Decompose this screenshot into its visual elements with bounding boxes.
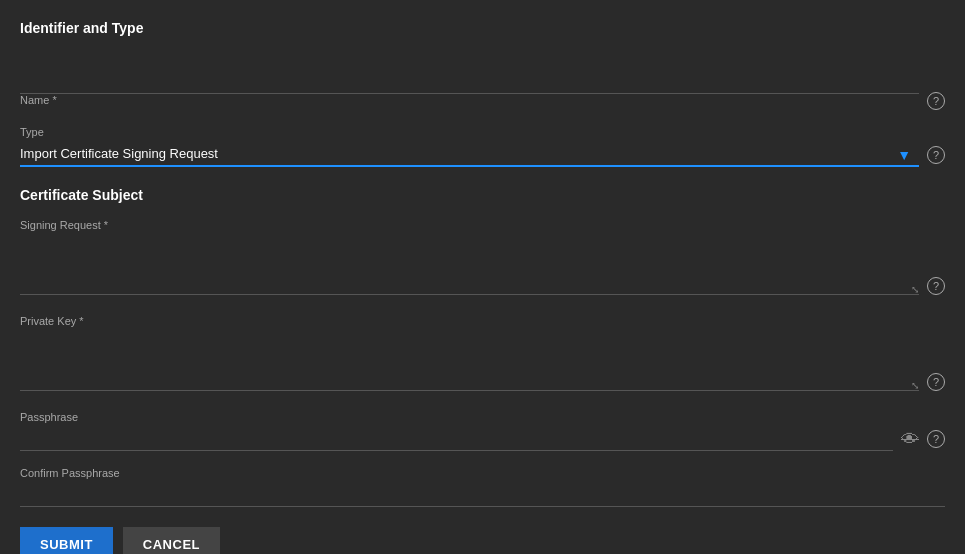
- name-input-wrapper: Name *: [20, 70, 919, 110]
- passphrase-input[interactable]: [20, 427, 893, 451]
- signing-request-wrapper: ⤡ ?: [20, 235, 945, 299]
- signing-request-inner: ⤡: [20, 235, 919, 299]
- passphrase-help-icon[interactable]: ?: [927, 430, 945, 448]
- passphrase-row: 👁 ?: [20, 427, 945, 451]
- confirm-passphrase-inner: [20, 483, 945, 507]
- name-group: Name * ?: [20, 54, 945, 110]
- signing-request-help-row: ⤡: [911, 284, 919, 295]
- private-key-label: Private Key *: [20, 315, 945, 327]
- confirm-passphrase-input[interactable]: [20, 483, 945, 507]
- submit-button[interactable]: SUBMIT: [20, 527, 113, 554]
- type-label: Type: [20, 126, 945, 138]
- section-identifier-title: Identifier and Type: [20, 20, 945, 36]
- footer-buttons: SUBMIT CANCEL: [20, 527, 945, 554]
- section-subject-title: Certificate Subject: [20, 187, 945, 203]
- type-select[interactable]: Import Certificate Signing Request Creat…: [20, 142, 919, 167]
- cancel-button[interactable]: CANCEL: [123, 527, 220, 554]
- type-select-wrapper: Import Certificate Signing Request Creat…: [20, 142, 919, 167]
- private-key-inner: ⤡: [20, 331, 919, 395]
- type-help-icon[interactable]: ?: [927, 146, 945, 164]
- passphrase-label: Passphrase: [20, 411, 945, 423]
- private-key-wrapper: ⤡ ?: [20, 331, 945, 395]
- name-help-icon[interactable]: ?: [927, 92, 945, 110]
- private-key-help-row: ⤡: [911, 380, 919, 391]
- confirm-passphrase-row: [20, 483, 945, 507]
- name-field-row: Name * ?: [20, 70, 945, 110]
- private-key-help-icon[interactable]: ?: [927, 373, 945, 391]
- signing-request-group: Signing Request * ⤡ ?: [20, 219, 945, 299]
- confirm-passphrase-label: Confirm Passphrase: [20, 467, 945, 479]
- type-group: Type Import Certificate Signing Request …: [20, 126, 945, 167]
- signing-request-label: Signing Request *: [20, 219, 945, 231]
- private-key-resize-icon: ⤡: [911, 380, 919, 391]
- name-label: Name *: [20, 94, 919, 106]
- modal-container: Identifier and Type Name * ? Type Import…: [0, 0, 965, 554]
- private-key-group: Private Key * ⤡ ?: [20, 315, 945, 395]
- type-row: Import Certificate Signing Request Creat…: [20, 142, 945, 167]
- passphrase-toggle-visibility-icon[interactable]: 👁: [901, 429, 919, 450]
- private-key-textarea[interactable]: [20, 331, 919, 391]
- name-input[interactable]: [20, 70, 919, 94]
- signing-request-resize-icon: ⤡: [911, 284, 919, 295]
- confirm-passphrase-group: Confirm Passphrase: [20, 467, 945, 507]
- signing-request-help-icon[interactable]: ?: [927, 277, 945, 295]
- passphrase-group: Passphrase 👁 ?: [20, 411, 945, 451]
- signing-request-textarea[interactable]: [20, 235, 919, 295]
